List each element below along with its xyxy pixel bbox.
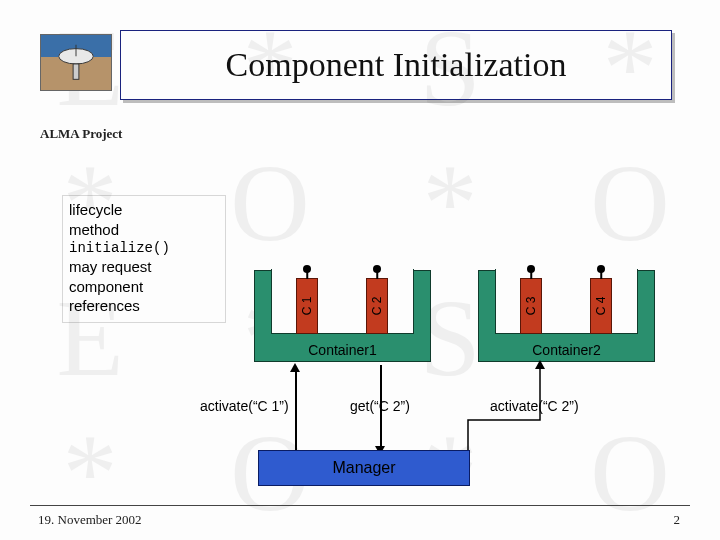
- arrow-activate-c2: [460, 360, 580, 460]
- component-label: C 1: [300, 297, 314, 316]
- component-c2: C 2: [366, 278, 388, 334]
- page-title: Component Initialization: [226, 46, 567, 84]
- note-line: lifecycle: [69, 200, 219, 220]
- note-line: may request: [69, 257, 219, 277]
- component-c3: C 3: [520, 278, 542, 334]
- container-label: Container1: [255, 342, 430, 358]
- manager-label: Manager: [332, 459, 395, 477]
- manager-box: Manager: [258, 450, 470, 486]
- note-line: references: [69, 296, 219, 316]
- footer-divider: [30, 505, 690, 506]
- container-label: Container2: [479, 342, 654, 358]
- component-label: C 2: [370, 297, 384, 316]
- radio-telescope-icon: [52, 39, 100, 87]
- component-label: C 3: [524, 297, 538, 316]
- project-label: ALMA Project: [40, 126, 122, 142]
- arrow-head-icon: [290, 363, 300, 372]
- footer-page-number: 2: [674, 512, 681, 528]
- svg-marker-3: [535, 360, 545, 369]
- lifecycle-annotation: lifecycle method initialize() may reques…: [62, 195, 226, 323]
- note-line: method: [69, 220, 219, 240]
- component-c4: C 4: [590, 278, 612, 334]
- project-logo: [40, 34, 112, 91]
- component-c1: C 1: [296, 278, 318, 334]
- note-line: component: [69, 277, 219, 297]
- arrow-get-c2: [380, 365, 382, 448]
- title-box: Component Initialization: [120, 30, 672, 100]
- arrow-label-activate-c1: activate(“C 1”): [200, 398, 289, 414]
- arrow-activate-c1: [295, 370, 297, 450]
- component-label: C 4: [594, 297, 608, 316]
- note-code: initialize(): [69, 239, 219, 257]
- footer-date: 19. November 2002: [38, 512, 142, 528]
- container-2: Container2: [478, 270, 655, 362]
- svg-rect-2: [73, 63, 79, 78]
- container-1: Container1: [254, 270, 431, 362]
